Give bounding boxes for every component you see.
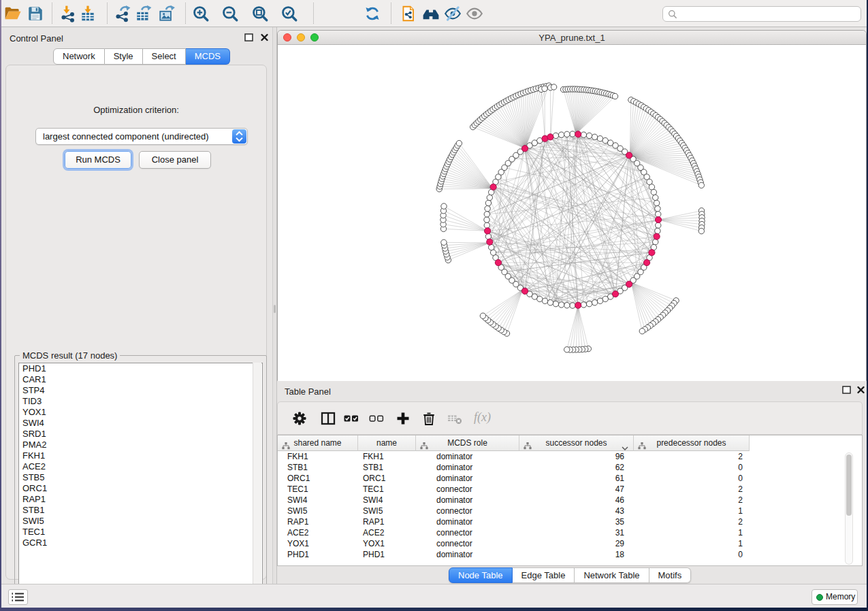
table-cell: 31 bbox=[519, 527, 634, 538]
select-all-icon[interactable] bbox=[344, 411, 359, 426]
network-graph[interactable] bbox=[278, 46, 866, 381]
tab-mcds[interactable]: MCDS bbox=[186, 48, 230, 65]
table-settings-gear-icon[interactable] bbox=[292, 411, 307, 426]
tab-node-table[interactable]: Node Table bbox=[449, 567, 513, 583]
close-table-panel-icon[interactable] bbox=[856, 385, 866, 395]
search-icon bbox=[667, 9, 678, 20]
create-column-plus-icon[interactable] bbox=[396, 411, 411, 426]
search-field[interactable] bbox=[662, 6, 861, 22]
memory-button[interactable]: Memory bbox=[811, 589, 858, 605]
mcds-result-item[interactable]: SWI4 bbox=[19, 418, 262, 429]
first-neighbors-icon[interactable] bbox=[422, 5, 440, 22]
refresh-layout-icon[interactable] bbox=[364, 5, 381, 22]
export-table-icon[interactable] bbox=[135, 5, 152, 22]
table-row[interactable]: STB1STB1dominator620 bbox=[278, 462, 862, 473]
table-scrollbar[interactable] bbox=[845, 452, 853, 565]
mcds-result-item[interactable]: RAP1 bbox=[19, 494, 262, 505]
table-cell: SWI4 bbox=[278, 495, 358, 506]
toolbar-separator bbox=[313, 3, 314, 24]
tab-network-table[interactable]: Network Table bbox=[575, 567, 649, 583]
save-session-icon[interactable] bbox=[27, 5, 44, 22]
mcds-result-item[interactable]: TEC1 bbox=[19, 527, 262, 538]
tab-edge-table[interactable]: Edge Table bbox=[513, 567, 575, 583]
main-toolbar bbox=[1, 0, 867, 27]
mcds-list-scrollbar[interactable] bbox=[253, 363, 261, 604]
column-header-shared-name[interactable]: shared name bbox=[278, 435, 358, 451]
mcds-result-item[interactable]: SWI5 bbox=[19, 516, 262, 527]
mcds-result-item[interactable]: GCR1 bbox=[19, 538, 262, 548]
network-canvas[interactable] bbox=[278, 46, 866, 381]
column-header-mcds-role[interactable]: MCDS role bbox=[416, 435, 519, 451]
column-header-successor-nodes[interactable]: successor nodes bbox=[519, 435, 634, 451]
table-row[interactable]: FKH1FKH1dominator962 bbox=[278, 451, 862, 462]
mcds-result-list[interactable]: PHD1CAR1STP4TID3YOX1SWI4SRD1PMA2FKH1ACE2… bbox=[18, 363, 263, 604]
delete-column-trash-icon[interactable] bbox=[421, 411, 436, 426]
column-header-name[interactable]: name bbox=[358, 435, 416, 451]
column-header-predecessor-nodes[interactable]: predecessor nodes bbox=[634, 435, 750, 451]
mcds-result-item[interactable]: ORC1 bbox=[19, 483, 262, 494]
table-cell: dominator bbox=[416, 549, 519, 560]
table-scrollbar-thumb[interactable] bbox=[846, 455, 852, 516]
show-columns-icon[interactable] bbox=[321, 411, 336, 426]
zoom-in-icon[interactable] bbox=[192, 5, 210, 22]
table-cell: STB1 bbox=[358, 462, 416, 473]
control-panel-title: Control Panel bbox=[10, 33, 63, 44]
close-panel-icon[interactable] bbox=[259, 33, 270, 42]
mcds-result-item[interactable]: TID3 bbox=[19, 396, 262, 407]
optimization-criterion-select[interactable]: largest connected component (undirected) bbox=[35, 128, 248, 145]
table-row[interactable]: SWI5SWI5connector431 bbox=[278, 506, 862, 516]
mcds-result-item[interactable]: ACE2 bbox=[19, 461, 262, 472]
splitter-grip[interactable] bbox=[274, 305, 276, 313]
mcds-result-item[interactable]: FKH1 bbox=[19, 450, 262, 461]
column-label: successor nodes bbox=[545, 438, 607, 448]
float-table-panel-icon[interactable] bbox=[841, 385, 852, 395]
export-network-icon[interactable] bbox=[114, 5, 131, 22]
open-network-file-icon[interactable] bbox=[400, 5, 417, 22]
column-type-icon bbox=[420, 440, 428, 447]
mcds-result-item[interactable]: STB1 bbox=[19, 505, 262, 516]
table-row[interactable]: RAP1RAP1dominator352 bbox=[278, 516, 862, 527]
hide-selected-eye-icon[interactable] bbox=[444, 5, 462, 22]
import-table-icon[interactable] bbox=[79, 5, 97, 22]
table-cell: YOX1 bbox=[358, 538, 416, 549]
node-table-body[interactable]: FKH1FKH1dominator962STB1STB1dominator620… bbox=[278, 451, 862, 560]
toolbar-separator bbox=[52, 3, 52, 24]
zoom-out-icon[interactable] bbox=[221, 5, 239, 22]
mcds-result-item[interactable]: YOX1 bbox=[19, 407, 262, 418]
float-panel-icon[interactable] bbox=[244, 33, 254, 42]
tab-style[interactable]: Style bbox=[105, 48, 143, 65]
mcds-result-item[interactable]: SRD1 bbox=[19, 429, 262, 440]
optimization-criterion-value: largest connected component (undirected) bbox=[43, 131, 209, 142]
open-file-icon[interactable] bbox=[4, 5, 22, 22]
close-panel-button[interactable]: Close panel bbox=[139, 151, 211, 169]
zoom-selected-icon[interactable] bbox=[280, 5, 298, 22]
table-row[interactable]: PHD1PHD1dominator180 bbox=[278, 549, 862, 560]
table-cell: SWI5 bbox=[278, 506, 358, 516]
toolbar-separator bbox=[107, 3, 108, 24]
mcds-result-item[interactable]: PMA2 bbox=[19, 440, 262, 450]
table-row[interactable]: SWI4SWI4dominator462 bbox=[278, 495, 862, 506]
table-row[interactable]: ACE2ACE2connector311 bbox=[278, 527, 862, 538]
task-history-button[interactable] bbox=[8, 589, 28, 605]
network-window-titlebar[interactable]: YPA_prune.txt_1 bbox=[278, 31, 866, 45]
mcds-result-item[interactable]: STB5 bbox=[19, 472, 262, 483]
table-row[interactable]: ORC1ORC1dominator610 bbox=[278, 473, 862, 484]
table-row[interactable]: TEC1TEC1connector472 bbox=[278, 484, 862, 495]
mcds-result-item[interactable]: CAR1 bbox=[19, 374, 262, 385]
column-type-icon bbox=[638, 440, 646, 447]
tab-motifs[interactable]: Motifs bbox=[649, 567, 692, 583]
table-cell: 2 bbox=[634, 451, 750, 462]
mcds-result-item[interactable]: STP4 bbox=[19, 385, 262, 396]
table-row[interactable]: YOX1YOX1connector291 bbox=[278, 538, 862, 549]
table-cell: RAP1 bbox=[278, 516, 358, 527]
deselect-all-icon[interactable] bbox=[369, 411, 384, 426]
tab-network[interactable]: Network bbox=[53, 48, 105, 65]
run-mcds-button[interactable]: Run MCDS bbox=[65, 151, 131, 169]
search-input[interactable] bbox=[681, 7, 856, 20]
mcds-result-item[interactable]: PHD1 bbox=[19, 363, 262, 374]
panel-splitter[interactable] bbox=[272, 27, 277, 584]
import-network-icon[interactable] bbox=[59, 5, 77, 22]
tab-select[interactable]: Select bbox=[143, 48, 186, 65]
export-image-icon[interactable] bbox=[158, 5, 176, 22]
zoom-fit-icon[interactable] bbox=[251, 5, 269, 22]
